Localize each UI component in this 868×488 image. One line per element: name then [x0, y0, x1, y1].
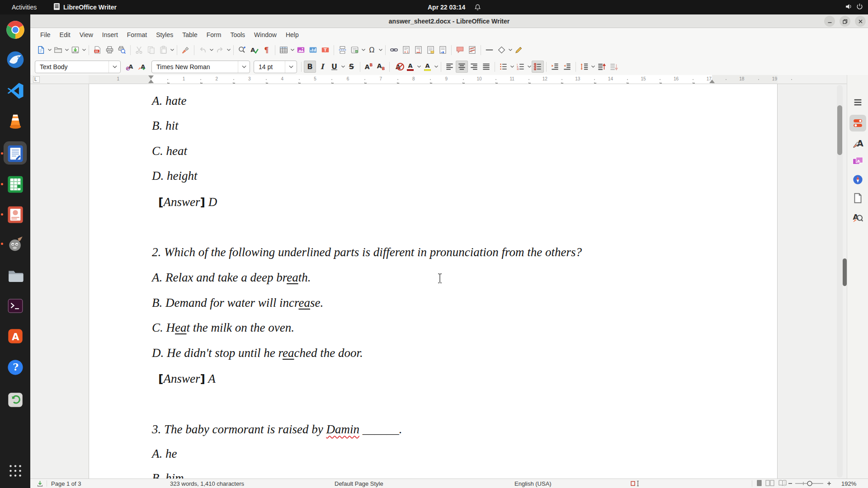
unordered-list-button[interactable]	[497, 61, 509, 73]
dock-item-app-grid[interactable]	[5, 460, 26, 481]
font-size-combo[interactable]: 14 pt	[254, 61, 297, 73]
undo-button[interactable]	[197, 44, 209, 56]
dock-item-terminal[interactable]	[5, 295, 26, 316]
cut-button[interactable]	[133, 44, 145, 56]
save-dropdown[interactable]	[81, 44, 86, 56]
system-status-area[interactable]	[845, 0, 863, 14]
new-document-dropdown[interactable]	[47, 44, 52, 56]
zoom-percent[interactable]: 192%	[841, 479, 856, 488]
paragraph[interactable]: 2. Which of the following underlined par…	[152, 244, 582, 260]
align-center-button[interactable]	[456, 61, 468, 73]
insert-special-character-button[interactable]: Ω	[366, 44, 378, 56]
tab-stop-selector[interactable]: L	[33, 76, 40, 83]
dock-item-vscode[interactable]	[5, 80, 26, 101]
font-color-button[interactable]: A	[404, 61, 416, 73]
italic-button[interactable]: I	[316, 61, 328, 73]
show-draw-functions-button[interactable]	[513, 44, 525, 56]
save-status-icon[interactable]	[37, 479, 43, 488]
highlighting-color-button[interactable]: A	[421, 61, 434, 73]
menu-styles[interactable]: Styles	[151, 29, 178, 40]
superscript-button[interactable]: AB	[363, 61, 375, 73]
export-pdf-button[interactable]	[91, 44, 104, 56]
unordered-list-dropdown[interactable]	[509, 61, 514, 73]
insert-field-dropdown[interactable]	[361, 44, 366, 56]
menu-format[interactable]: Format	[123, 29, 151, 40]
font-name-combo-dropdown[interactable]	[238, 61, 250, 73]
focused-app-indicator[interactable]: LibreOffice Writer	[53, 0, 117, 14]
underline-button[interactable]: U	[328, 61, 340, 73]
menu-tools[interactable]: Tools	[226, 29, 250, 40]
menu-help[interactable]: Help	[281, 29, 303, 40]
language-status[interactable]: English (USA)	[514, 479, 552, 488]
ordered-list-button[interactable]: IIIIII	[514, 61, 527, 73]
insert-page-break-button[interactable]	[336, 44, 349, 56]
insert-table-button[interactable]	[278, 44, 290, 56]
menu-file[interactable]: File	[36, 29, 55, 40]
formatting-marks-button[interactable]: ¶	[260, 44, 273, 56]
new-document-button[interactable]	[35, 44, 47, 56]
print-preview-button[interactable]	[116, 44, 128, 56]
right-indent-marker[interactable]	[709, 80, 715, 83]
align-right-button[interactable]	[468, 61, 480, 73]
font-color-dropdown[interactable]	[416, 61, 421, 73]
book-view-button[interactable]	[778, 480, 787, 488]
sidebar-tab-navigator[interactable]	[849, 171, 866, 188]
menu-table[interactable]: Table	[178, 29, 202, 40]
page-number-status[interactable]: Page 1 of 3	[51, 479, 81, 488]
line-spacing-dropdown[interactable]	[590, 61, 595, 73]
sidebar-tab-sidebar-settings[interactable]	[849, 94, 866, 111]
font-name-combo[interactable]: Times New Roman	[151, 61, 250, 73]
dock-item-chrome[interactable]	[5, 19, 26, 40]
strikethrough-button[interactable]: S	[345, 61, 358, 73]
paragraph[interactable]: 3. The baby cormorant is raised by Damin…	[152, 422, 402, 437]
open-file-dropdown[interactable]	[64, 44, 69, 56]
horizontal-ruler[interactable]: L 112345678910111213141516171819	[30, 75, 847, 84]
paragraph[interactable]: A. Relax and take a deep breath.	[152, 270, 311, 285]
dock-item-thunderbird[interactable]	[5, 49, 26, 70]
open-file-button[interactable]	[52, 44, 64, 56]
bold-button[interactable]: B	[304, 61, 316, 73]
dock-item-vlc[interactable]	[5, 111, 26, 132]
single-page-view-button[interactable]	[757, 480, 762, 488]
hanging-indent-marker[interactable]	[148, 80, 154, 83]
underline-dropdown[interactable]	[340, 61, 345, 73]
insert-field-button[interactable]	[349, 44, 361, 56]
dock-item-libreoffice-writer[interactable]	[5, 143, 26, 164]
first-line-indent-marker[interactable]	[148, 75, 154, 79]
find-and-replace-button[interactable]	[236, 44, 248, 56]
activities-button[interactable]: Activities	[8, 0, 40, 14]
paragraph[interactable]: [Answer] A	[158, 371, 216, 386]
zoom-out-button[interactable]	[788, 479, 793, 488]
save-button[interactable]	[69, 44, 81, 56]
increase-paragraph-spacing-button[interactable]	[595, 61, 608, 73]
paragraph[interactable]: B. Demand for water will increase.	[152, 295, 323, 310]
dock-item-files[interactable]	[5, 265, 26, 286]
paragraph[interactable]: B. him	[152, 470, 184, 479]
track-changes-button[interactable]	[466, 44, 478, 56]
paragraph[interactable]: [Answer] D	[158, 194, 217, 210]
horizontal-line-button[interactable]	[483, 44, 495, 56]
restore-button[interactable]	[840, 16, 850, 27]
print-button[interactable]	[104, 44, 116, 56]
redo-dropdown[interactable]	[226, 44, 231, 56]
dock-item-trash[interactable]	[5, 389, 26, 410]
insert-image-button[interactable]	[295, 44, 307, 56]
sidebar-tab-gallery[interactable]	[849, 153, 866, 169]
selection-mode-icon[interactable]	[631, 479, 640, 488]
word-count-status[interactable]: 323 words, 1,410 characters	[170, 479, 244, 488]
paste-dropdown[interactable]	[170, 44, 175, 56]
subscript-button[interactable]: AB	[375, 61, 387, 73]
no-list-button[interactable]	[532, 61, 544, 73]
dock-item-libreoffice-impress[interactable]	[5, 204, 26, 225]
zoom-slider[interactable]	[794, 479, 824, 488]
redo-button[interactable]	[214, 44, 226, 56]
decrease-paragraph-spacing-button[interactable]	[608, 61, 620, 73]
dock-item-help[interactable]: ?	[5, 357, 26, 378]
insert-endnote-button[interactable]: i	[412, 44, 425, 56]
line-spacing-button[interactable]	[578, 61, 590, 73]
menu-view[interactable]: View	[75, 29, 98, 40]
insert-text-box-button[interactable]: T	[319, 44, 331, 56]
minimize-button[interactable]	[824, 16, 835, 27]
paragraph[interactable]: D. height	[152, 168, 198, 183]
update-style-button[interactable]: A	[123, 61, 136, 73]
